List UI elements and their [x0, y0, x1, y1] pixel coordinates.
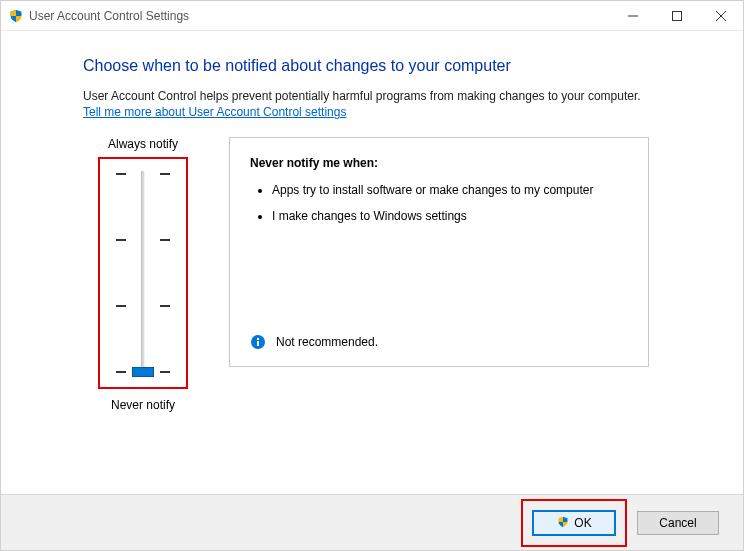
cancel-button[interactable]: Cancel	[637, 511, 719, 535]
slider-tick	[108, 305, 178, 307]
notification-detail-panel: Never notify me when: Apps try to instal…	[229, 137, 649, 367]
svg-rect-2	[257, 341, 259, 346]
panel-bullet-list: Apps try to install software or make cha…	[250, 182, 628, 224]
slider-bottom-label: Never notify	[83, 398, 203, 412]
window-controls	[611, 1, 743, 30]
panel-bullet-item: I make changes to Windows settings	[272, 208, 628, 224]
slider-track	[141, 171, 145, 375]
ok-button-label: OK	[574, 516, 591, 530]
window-title: User Account Control Settings	[29, 9, 611, 23]
panel-footer-text: Not recommended.	[276, 335, 378, 349]
minimize-button[interactable]	[611, 1, 655, 30]
svg-rect-3	[257, 338, 259, 340]
slider-area: Always notify Never notify Never notify …	[83, 137, 715, 412]
close-button[interactable]	[699, 1, 743, 30]
titlebar: User Account Control Settings	[1, 1, 743, 31]
cancel-button-label: Cancel	[659, 516, 696, 530]
maximize-button[interactable]	[655, 1, 699, 30]
help-link[interactable]: Tell me more about User Account Control …	[83, 105, 346, 119]
page-heading: Choose when to be notified about changes…	[83, 57, 715, 75]
slider-highlight-box	[98, 157, 188, 389]
description-text: User Account Control helps prevent poten…	[83, 89, 715, 103]
ok-button[interactable]: OK	[533, 511, 615, 535]
slider-tick	[108, 239, 178, 241]
slider-tick	[108, 173, 178, 175]
panel-bullet-item: Apps try to install software or make cha…	[272, 182, 628, 198]
info-icon	[250, 334, 266, 350]
shield-icon	[556, 516, 570, 530]
ok-highlight-box: OK	[521, 499, 627, 547]
panel-title: Never notify me when:	[250, 156, 628, 170]
panel-footer: Not recommended.	[250, 334, 378, 350]
slider-top-label: Always notify	[83, 137, 203, 151]
footer-bar: OK Cancel	[1, 494, 743, 550]
shield-icon	[9, 9, 23, 23]
slider-thumb[interactable]	[132, 367, 154, 377]
slider-column: Always notify Never notify	[83, 137, 203, 412]
svg-rect-0	[673, 11, 682, 20]
content-area: Choose when to be notified about changes…	[1, 31, 743, 412]
notification-level-slider[interactable]	[108, 163, 178, 383]
